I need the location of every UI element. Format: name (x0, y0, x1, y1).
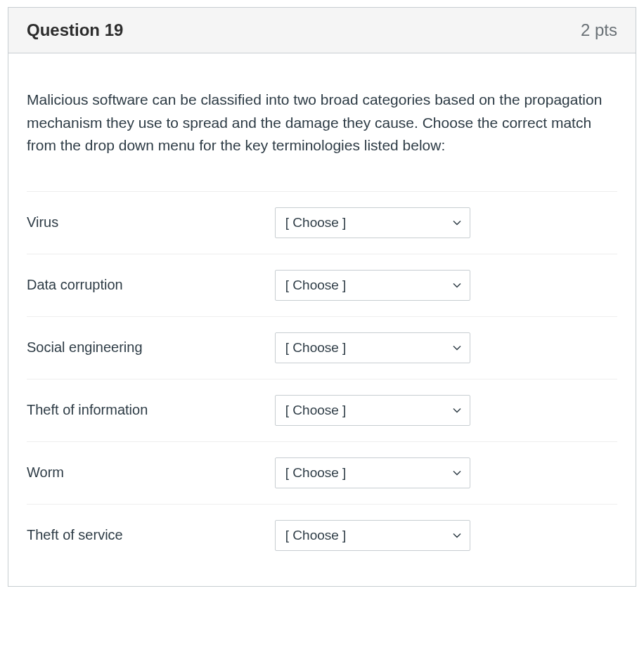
chevron-down-icon (453, 470, 461, 476)
match-select-wrap: [ Choose ] (275, 520, 617, 551)
select-value: [ Choose ] (285, 340, 347, 356)
match-table: Virus [ Choose ] Data corruption [ Choos… (27, 191, 617, 566)
select-data-corruption[interactable]: [ Choose ] (275, 270, 470, 301)
chevron-down-icon (453, 282, 461, 288)
match-row: Data corruption [ Choose ] (27, 254, 617, 316)
question-container: Question 19 2 pts Malicious software can… (8, 7, 636, 587)
match-label-worm: Worm (27, 464, 275, 481)
match-select-wrap: [ Choose ] (275, 457, 617, 488)
question-body: Malicious software can be classified int… (8, 53, 636, 586)
match-label-theft-of-information: Theft of information (27, 402, 275, 418)
select-value: [ Choose ] (285, 403, 347, 418)
select-value: [ Choose ] (285, 215, 347, 230)
match-label-data-corruption: Data corruption (27, 277, 275, 293)
chevron-down-icon (453, 220, 461, 226)
question-points: 2 pts (581, 20, 617, 40)
match-row: Social engineering [ Choose ] (27, 316, 617, 379)
select-value: [ Choose ] (285, 528, 347, 543)
select-theft-of-information[interactable]: [ Choose ] (275, 395, 470, 426)
chevron-down-icon (453, 345, 461, 351)
question-header: Question 19 2 pts (8, 8, 636, 53)
select-social-engineering[interactable]: [ Choose ] (275, 332, 470, 363)
match-row: Theft of service [ Choose ] (27, 504, 617, 566)
match-row: Worm [ Choose ] (27, 441, 617, 504)
match-label-virus: Virus (27, 214, 275, 230)
chevron-down-icon (453, 408, 461, 413)
match-label-social-engineering: Social engineering (27, 339, 275, 356)
chevron-down-icon (453, 533, 461, 538)
match-label-theft-of-service: Theft of service (27, 527, 275, 543)
match-row: Virus [ Choose ] (27, 191, 617, 254)
match-select-wrap: [ Choose ] (275, 207, 617, 238)
match-row: Theft of information [ Choose ] (27, 379, 617, 441)
select-theft-of-service[interactable]: [ Choose ] (275, 520, 470, 551)
match-select-wrap: [ Choose ] (275, 395, 617, 426)
match-select-wrap: [ Choose ] (275, 332, 617, 363)
match-select-wrap: [ Choose ] (275, 270, 617, 301)
select-value: [ Choose ] (285, 278, 347, 293)
select-virus[interactable]: [ Choose ] (275, 207, 470, 238)
select-worm[interactable]: [ Choose ] (275, 457, 470, 488)
select-value: [ Choose ] (285, 465, 347, 481)
question-title: Question 19 (27, 20, 123, 40)
question-prompt: Malicious software can be classified int… (27, 89, 617, 157)
